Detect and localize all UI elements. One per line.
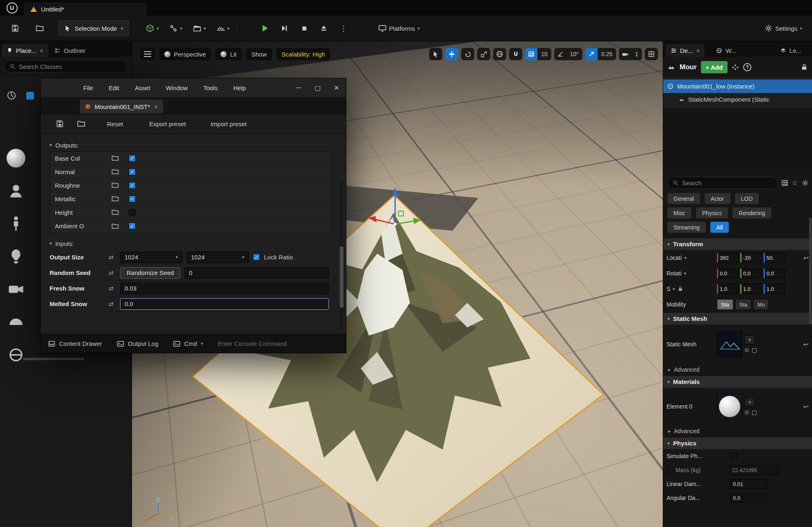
output-checkbox[interactable] — [129, 223, 136, 229]
angular-damping-field[interactable]: 0.0 — [730, 493, 767, 503]
simulate-physics-checkbox[interactable] — [730, 453, 737, 460]
recently-placed-clock-icon[interactable] — [7, 91, 16, 100]
scale-dropdown[interactable]: S — [666, 286, 670, 292]
mobility-static-button[interactable]: Sta — [717, 299, 733, 310]
linear-damping-field[interactable]: 0.01 — [730, 479, 767, 489]
scale-lock-icon[interactable] — [678, 286, 683, 292]
selection-mode-dropdown[interactable]: Selection Mode ▾ — [58, 20, 129, 36]
filter-general[interactable]: General — [667, 193, 700, 204]
use-selected-asset-icon[interactable]: ▢ — [752, 409, 757, 416]
viewport-options-icon[interactable] — [140, 48, 155, 60]
browse-output-icon[interactable] — [111, 182, 119, 189]
close-icon[interactable]: × — [40, 48, 43, 54]
reset-static-mesh-icon[interactable]: ↩ — [803, 341, 809, 348]
output-checkbox[interactable] — [129, 168, 136, 175]
window-title-bar[interactable]: File Edit Asset Window Tools Help ─ ▢ ✕ — [41, 78, 346, 97]
move-tool-button[interactable] — [445, 48, 458, 60]
play-options-icon[interactable]: ⋮ — [336, 20, 351, 36]
scale-z-field[interactable]: 1.0 — [764, 284, 785, 294]
browse-content-button[interactable] — [32, 20, 48, 36]
randomize-seed-button[interactable]: Randomize Seed — [120, 267, 180, 279]
material-dropdown[interactable]: ▾ — [744, 398, 755, 407]
cmd-dropdown[interactable]: Cmd ▾ — [173, 340, 203, 348]
filter-physics[interactable]: Physics — [696, 207, 728, 218]
use-selected-asset-icon[interactable]: ▢ — [752, 347, 757, 353]
reset-location-icon[interactable]: ↩ — [803, 254, 809, 262]
filter-misc[interactable]: Misc — [667, 207, 691, 218]
content-drawer-button[interactable]: Content Drawer — [48, 340, 102, 348]
minimize-icon[interactable]: ─ — [289, 78, 308, 97]
output-height-dropdown[interactable]: 1024 ▾ — [187, 252, 249, 263]
console-command-placeholder[interactable]: Enter Console Command — [218, 340, 287, 347]
output-checkbox[interactable] — [129, 182, 136, 189]
details-scrollbar[interactable] — [809, 218, 812, 324]
menu-edit[interactable]: Edit — [109, 84, 119, 91]
seed-value-input[interactable] — [184, 267, 329, 279]
tab-levels[interactable]: Le... — [775, 44, 806, 57]
cinematics-dropdown[interactable]: ▾ — [191, 20, 209, 36]
mass-field[interactable]: 22.421995 — [729, 465, 778, 475]
location-z-field[interactable]: 50. — [764, 253, 785, 263]
category-all-classes-icon[interactable] — [5, 344, 27, 366]
close-icon[interactable]: × — [696, 48, 700, 54]
browse-output-icon[interactable] — [111, 223, 119, 230]
rotation-x-field[interactable]: 0.0 — [717, 268, 738, 278]
camera-speed-control[interactable]: 1 — [619, 48, 642, 60]
help-icon[interactable]: ? — [743, 63, 751, 71]
category-characters-icon[interactable] — [5, 213, 27, 235]
editor-modes-dropdown[interactable]: ▾ — [214, 20, 232, 36]
angle-snap-icon[interactable] — [554, 48, 566, 60]
lock-ratio-checkbox[interactable] — [253, 254, 260, 261]
reset-parameter-icon[interactable]: ⇄ — [106, 285, 116, 292]
favorites-star-icon[interactable]: ☆ — [792, 179, 798, 187]
mobility-movable-button[interactable]: Mo — [753, 299, 769, 310]
menu-window[interactable]: Window — [166, 84, 188, 91]
rotation-snap-control[interactable]: 10° — [554, 48, 582, 60]
camera-speed-icon[interactable] — [619, 48, 631, 60]
scrollbar-thumb[interactable] — [340, 246, 343, 308]
scale-snap-value[interactable]: 0.25 — [598, 51, 616, 57]
mobility-stationary-button[interactable]: Sta — [735, 299, 752, 310]
scale-snap-control[interactable]: 0.25 — [585, 48, 616, 60]
close-icon[interactable]: ✕ — [327, 78, 346, 97]
category-lights-icon[interactable] — [5, 245, 27, 268]
camera-speed-value[interactable]: 1 — [631, 51, 642, 57]
advanced-expander-2[interactable]: ▸ Advanced — [663, 425, 812, 437]
filter-all[interactable]: All — [710, 222, 729, 233]
filter-actor[interactable]: Actor — [705, 193, 730, 204]
browse-output-icon[interactable] — [111, 168, 119, 175]
grid-snap-control[interactable]: 10 — [525, 48, 551, 60]
reset-button[interactable]: Reset — [107, 120, 123, 127]
unreal-logo[interactable]: U — [0, 0, 24, 16]
location-y-field[interactable]: -20 — [740, 253, 762, 263]
eject-button[interactable] — [316, 20, 332, 36]
import-preset-button[interactable]: Import preset — [210, 120, 246, 127]
play-button[interactable] — [257, 20, 273, 36]
filter-rendering[interactable]: Rendering — [732, 207, 771, 218]
tab-place-actors[interactable]: Place... × — [2, 44, 48, 57]
export-preset-button[interactable]: Export preset — [149, 120, 186, 127]
asset-tab[interactable]: Mountain001_INST* × — [80, 100, 163, 114]
settings-dropdown[interactable]: Settings ▾ — [762, 20, 805, 36]
advanced-expander-1[interactable]: ▸ Advanced — [663, 364, 812, 375]
location-dropdown[interactable]: Locati ▾ — [666, 254, 715, 261]
melted-snow-input[interactable] — [120, 298, 329, 310]
output-log-button[interactable]: Output Log — [117, 340, 158, 348]
reset-parameter-icon[interactable]: ⇄ — [106, 269, 116, 277]
show-dropdown[interactable]: Show — [246, 48, 272, 60]
save-asset-button[interactable] — [52, 116, 68, 132]
filter-streaming[interactable]: Streaming — [667, 222, 706, 233]
outputs-section-header[interactable]: ▾ Outputs: — [50, 139, 335, 151]
save-button[interactable] — [7, 20, 23, 36]
add-component-button[interactable]: + Add — [701, 61, 728, 73]
reset-parameter-icon[interactable]: ⇄ — [106, 300, 116, 308]
category-basic-icon[interactable] — [5, 180, 27, 202]
tab-world-settings[interactable]: W... — [711, 44, 741, 57]
section-static-mesh[interactable]: ▾ Static Mesh — [663, 312, 812, 325]
tree-row-component[interactable]: StaticMeshComponent (Static — [663, 93, 812, 106]
browse-output-icon[interactable] — [111, 195, 119, 202]
output-checkbox[interactable] — [129, 155, 136, 162]
grid-snap-value[interactable]: 10 — [537, 51, 551, 57]
surface-snap-button[interactable] — [509, 48, 522, 60]
rotation-y-field[interactable]: 0.0 — [740, 268, 762, 278]
